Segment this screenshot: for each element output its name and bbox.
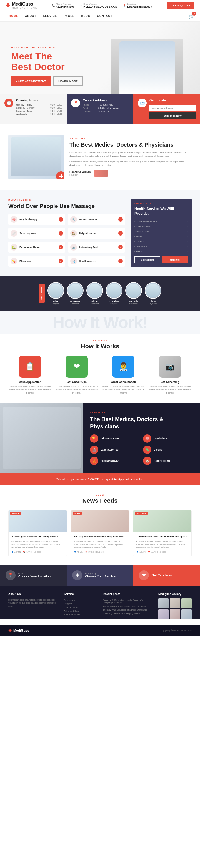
sig-title: Founder <box>69 174 91 176</box>
doctors-row: Our Doctors Alex Surgeon Romana Physicia… <box>5 282 195 305</box>
doctor-card-4[interactable]: Rosalina Surgeon <box>106 282 123 305</box>
dept-item-5[interactable]: 🏡 Retirement Home 4 <box>8 242 65 253</box>
blog-text-1: A campaign manager or campaign director … <box>11 540 64 549</box>
subscribe-button[interactable]: Subscribe Now <box>149 113 196 119</box>
em-item-3: Womens Health› <box>134 229 188 234</box>
footer-service-item-3[interactable]: Respite Home <box>64 606 97 609</box>
services-section: SERVICES The Best Medics, Doctors & Phys… <box>0 403 200 473</box>
care-cta[interactable]: ❤ Get Care Now <box>133 565 200 586</box>
contact-email: info@mediguss.com <box>98 107 119 110</box>
footer-recent-item-2[interactable]: The Recorded Voice Scratched in the spea… <box>103 604 153 608</box>
get-support-button[interactable]: Get Support <box>134 256 160 263</box>
services-photo <box>3 407 80 469</box>
care-cta-icon: ❤ <box>139 570 149 580</box>
service-cta[interactable]: ✚ Emergency Choose Your Service <box>67 565 133 586</box>
about-content: ABOUT US The Best Medics, Doctors & Phys… <box>69 137 192 177</box>
service-name-4: Corona <box>154 448 163 451</box>
departments-left: DEPARTMENTS World Over People Use Massag… <box>8 198 125 267</box>
hero-buttons: MAKE APPOINTMENT LEARN MORE <box>11 76 106 86</box>
doctor-card-1[interactable]: Alex Surgeon <box>47 282 64 305</box>
footer-service-col: Service Emergency Surgery Respite Home A… <box>64 592 97 619</box>
location-label: Location <box>127 3 152 5</box>
hours-row-1: Monday - Friday 9:00 - 19:00 <box>16 103 62 106</box>
service-item-2[interactable]: 🧠 Psychology <box>143 434 193 443</box>
footer-service-item-1[interactable]: Emergency <box>64 598 97 602</box>
contact-info: 📞 Phone Number +12345678990 ✉ Email Addr… <box>52 3 152 8</box>
service-item-6[interactable]: 🏠 Respite Home <box>143 457 193 465</box>
subscribe-input[interactable] <box>149 105 196 112</box>
departments-grid: 🧠 Psychotherapy 1 🔧 Major Operation 2 🩹 … <box>8 214 125 267</box>
service-item-1[interactable]: 💊 Advanced Care <box>90 434 140 443</box>
blog-date-2: 📅 MARCH 18, 2020 <box>85 551 104 553</box>
emergency-buttons: Get Support Make Call <box>134 256 188 263</box>
footer-recent-item-1[interactable]: Rosalina & Campaign Usually Rosalina's C… <box>103 598 153 604</box>
blog-card-3[interactable]: GALLERY The recorded voice scratched in … <box>133 510 192 556</box>
cta-strip: When here you can us at 1-245211 or requ… <box>0 473 200 485</box>
service-item-3[interactable]: 🔬 Laboratory Test <box>90 445 140 454</box>
doctor-card-6[interactable]: Jhon Physician <box>145 282 161 305</box>
blog-date-3: 📅 MARCH 18, 2020 <box>148 551 166 553</box>
gallery-item-2[interactable] <box>170 598 180 608</box>
contact-phone: +82 4052 4052 <box>98 103 113 106</box>
cta-phone-link[interactable]: 1-245211 <box>88 478 100 481</box>
em-item-4: Optician› <box>134 234 188 239</box>
footer-service-item-4[interactable]: Advanced Care <box>64 609 97 613</box>
nav-home[interactable]: HOME <box>5 11 22 21</box>
service-item-4[interactable]: 🦠 Corona <box>143 445 193 454</box>
blog-badge-3: GALLERY <box>135 512 147 515</box>
dept-item-7[interactable]: 💊 Pharmacy 4 <box>8 255 65 267</box>
email-value: HELLO@MEDIGUSS.COM <box>84 5 118 8</box>
gallery-item-6[interactable] <box>181 610 192 619</box>
nav-about[interactable]: ABOUT <box>22 11 40 21</box>
service-cta-label: Emergency <box>85 572 115 575</box>
nav-pages[interactable]: PAGES <box>60 11 78 21</box>
dept-item-8[interactable]: 🩺 Small Injuries 8 <box>68 255 125 267</box>
gallery-item-5[interactable] <box>170 610 180 619</box>
dept-item-6[interactable]: 🔬 Laboratory Test 7 <box>68 242 125 253</box>
services-title: The Best Medics, Doctors & Physicians <box>90 415 193 430</box>
cart-count: 0 <box>192 12 196 16</box>
blog-card-1[interactable]: SLIDER A shining crescent for the flying… <box>8 510 67 556</box>
dept-item-3[interactable]: 🩹 Small Injuries 3 <box>8 228 65 239</box>
nav-blog[interactable]: BLOG <box>78 11 94 21</box>
footer-service-item-5[interactable]: Retirement Care <box>64 613 97 616</box>
phone-label: Phone Number <box>56 3 74 5</box>
gallery-item-4[interactable] <box>158 610 169 619</box>
blog-img-1: SLIDER <box>9 510 67 532</box>
doctor-avatar-4 <box>106 282 123 299</box>
location-cta-icon: 📍 <box>5 570 15 580</box>
appointment-button[interactable]: MAKE APPOINTMENT <box>11 76 51 86</box>
footer-bottom: ✚ MediGuss copyright by ©EnabledTheme - … <box>0 625 200 636</box>
cta-appointment-link[interactable]: An Appointment <box>114 478 135 481</box>
blog-card-2[interactable]: SLIDE The sky was cloudless of a deep da… <box>71 510 129 556</box>
doctor-card-3[interactable]: Taimur Specialist <box>87 282 103 305</box>
email-row: Email info@mediguss.com <box>83 107 129 110</box>
footer-recent-item-4[interactable]: A Shining Crescent for A Flying vessel. <box>103 612 153 615</box>
gallery-item-1[interactable] <box>158 598 169 608</box>
nav-service[interactable]: SERVICE <box>40 11 61 21</box>
about-title: The Best Medics, Doctors & Physicians <box>69 142 192 148</box>
location-cta[interactable]: 📍 within Choose Your Location <box>0 565 67 586</box>
dept-item-4[interactable]: 🏠 Help At Home 6 <box>68 228 125 239</box>
hero-line1: Meet The <box>11 51 52 61</box>
doctor-card-2[interactable]: Romana Physician <box>67 282 84 305</box>
footer-recent-item-3[interactable]: The Sky Was Cloudless of A Deep Dark Blu… <box>103 608 153 612</box>
blog-title: News Feeds <box>8 497 192 504</box>
learn-more-button[interactable]: LEARN MORE <box>53 76 83 86</box>
nav-contact[interactable]: CONTACT <box>94 11 115 21</box>
dept-item-1[interactable]: 🧠 Psychotherapy 1 <box>8 214 65 225</box>
footer-service-item-2[interactable]: Surgery <box>64 602 97 606</box>
make-call-button[interactable]: Make Call <box>163 256 188 263</box>
dept-name-3: Small Injuries <box>20 232 56 235</box>
quote-button[interactable]: GET A QUOTE <box>167 2 195 9</box>
hero-section: BEST MEDICAL TEMPLATE Meet The Best Doct… <box>0 22 200 94</box>
gallery-item-3[interactable] <box>181 598 192 608</box>
doctor-card-5[interactable]: Romada Specialist <box>125 282 142 305</box>
blog-img-2: SLIDE <box>71 510 129 532</box>
hiw-step-1: 📋 Make Application Having an in-house te… <box>8 355 52 395</box>
dept-item-2[interactable]: 🔧 Major Operation 2 <box>68 214 125 225</box>
dept-icon-7: 💊 <box>10 258 17 265</box>
subscribe-icon: 📧 <box>138 99 147 107</box>
cart-button[interactable]: 🛒 0 <box>188 13 195 20</box>
service-item-5[interactable]: 🧘 Psychotherapy <box>90 457 140 465</box>
